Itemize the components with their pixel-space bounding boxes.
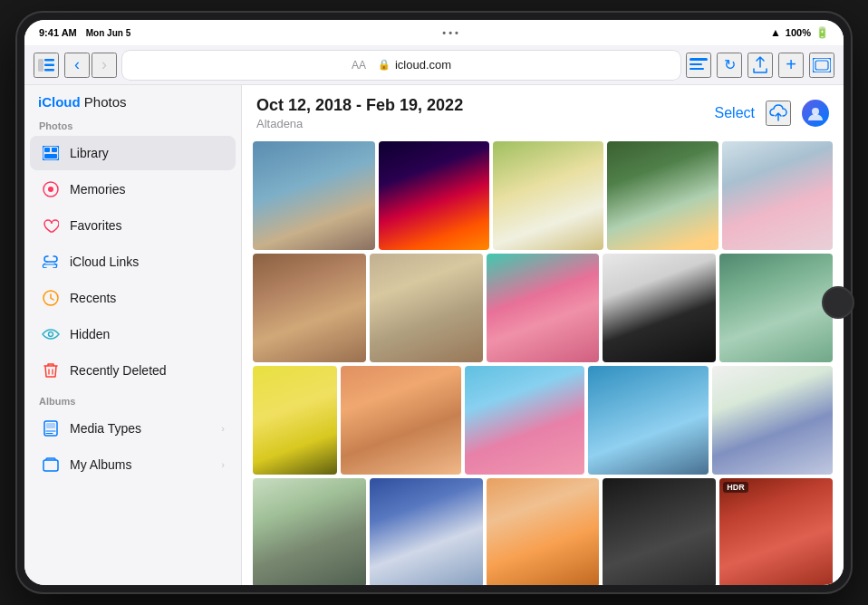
recently-deleted-icon [41,360,61,380]
battery-icon: 🔋 [815,26,829,39]
main-content: Oct 12, 2018 - Feb 19, 2022 Altadena Sel… [242,85,844,585]
share-button[interactable] [747,53,773,78]
app-brand: iCloud Photos [35,94,127,110]
lock-icon: 🔒 [378,59,391,71]
browser-actions: ↻ + [686,53,834,78]
upload-button[interactable] [766,101,791,126]
photo-cell[interactable] [722,141,833,250]
photo-cell[interactable] [253,478,366,585]
photo-cell[interactable] [603,478,716,585]
my-albums-label: My Albums [70,457,131,472]
avatar-button[interactable] [802,100,829,127]
photo-cell[interactable] [370,254,483,362]
photo-cell[interactable] [253,141,375,250]
photo-cell[interactable] [253,254,366,362]
my-albums-icon [41,455,61,475]
content-title-group: Oct 12, 2018 - Feb 19, 2022 Altadena [256,96,463,130]
icloud-label: iCloud Photos [38,94,127,110]
favorites-label: Favorites [70,218,122,233]
photo-cell[interactable] [712,366,833,475]
svg-point-20 [812,108,819,115]
memories-label: Memories [70,182,125,197]
reader-button[interactable] [686,53,711,78]
select-button[interactable]: Select [715,105,755,121]
svg-rect-18 [46,423,55,428]
photo-cell[interactable] [253,366,337,475]
media-types-label: Media Types [70,421,141,436]
memories-icon [41,179,61,199]
location: Altadena [256,117,463,130]
photo-cell[interactable] [719,254,833,362]
svg-rect-10 [44,148,50,152]
sidebar-item-hidden[interactable]: Hidden [30,317,236,351]
svg-rect-5 [690,63,702,65]
reload-button[interactable]: ↻ [717,53,742,78]
ellipsis-icon: • • • [442,27,458,38]
sidebar-item-media-types[interactable]: Media Types › [30,411,236,446]
ipad-screen: 9:41 AM Mon Jun 5 • • • ▲ 100% 🔋 [24,20,844,585]
status-bar: 9:41 AM Mon Jun 5 • • • ▲ 100% 🔋 [24,20,844,45]
svg-point-16 [49,332,53,337]
photo-cell[interactable] [379,141,489,250]
sidebar-toggle-button[interactable] [34,53,59,78]
icloud-links-icon [41,252,61,272]
sidebar-item-favorites[interactable]: Favorites [30,208,236,243]
photos-section-label: Photos [24,113,241,135]
photo-cell[interactable] [370,478,483,585]
hidden-icon [41,324,61,344]
photo-cell[interactable] [607,141,718,250]
content-header: Oct 12, 2018 - Feb 19, 2022 Altadena Sel… [242,85,844,138]
browser-bar: ‹ › AA 🔒 icloud.com ↻ [24,45,844,85]
sidebar-item-icloud-links[interactable]: iCloud Links [30,245,236,279]
recently-deleted-label: Recently Deleted [70,363,167,378]
photo-row [253,366,833,475]
sidebar-item-recents[interactable]: Recents [30,281,236,315]
photo-row [253,141,833,250]
media-types-icon [41,418,61,438]
hdr-badge: HDR [723,482,748,493]
svg-rect-0 [38,59,43,72]
add-tab-button[interactable]: + [778,53,804,78]
tabs-button[interactable] [809,53,834,78]
recents-icon [41,288,61,308]
back-button[interactable]: ‹ [64,53,90,78]
status-time: 9:41 AM [39,27,77,38]
svg-rect-11 [52,148,57,152]
photo-cell[interactable]: HDR [719,478,833,585]
photo-cell[interactable] [465,366,585,475]
home-button[interactable] [822,286,854,319]
photo-cell[interactable] [341,366,461,475]
recents-label: Recents [70,291,116,305]
albums-section-label: Albums [24,389,241,410]
sidebar-item-my-albums[interactable]: My Albums › [30,447,236,482]
sidebar-item-memories[interactable]: Memories [30,172,236,206]
photo-cell[interactable] [487,254,600,362]
status-right: ▲ 100% 🔋 [770,26,829,39]
photo-grid: HDR [242,138,844,585]
svg-rect-4 [690,58,708,61]
svg-rect-2 [44,63,54,66]
photo-cell[interactable] [493,141,603,250]
sidebar: iCloud Photos Photos Lib [24,85,242,585]
icloud-links-label: iCloud Links [70,254,139,269]
photo-row: HDR [253,478,833,585]
aa-label: AA [352,59,366,72]
photo-cell[interactable] [588,366,709,475]
sidebar-item-recently-deleted[interactable]: Recently Deleted [30,353,236,388]
ipad-frame: 9:41 AM Mon Jun 5 • • • ▲ 100% 🔋 [17,13,851,592]
forward-button[interactable]: › [92,53,117,78]
svg-rect-19 [43,460,58,471]
app-layout: iCloud Photos Photos Lib [24,85,844,585]
status-date: Mon Jun 5 [86,28,130,38]
svg-rect-12 [44,154,57,158]
wifi-icon: ▲ [770,26,781,39]
photo-cell[interactable] [603,254,716,362]
date-range: Oct 12, 2018 - Feb 19, 2022 [256,96,463,115]
library-icon [41,143,61,163]
sidebar-item-library[interactable]: Library [30,136,236,170]
media-types-chevron: › [221,423,225,434]
address-bar[interactable]: AA 🔒 icloud.com [122,51,680,80]
photo-cell[interactable] [487,478,600,585]
photo-row [253,254,833,362]
battery-percentage: 100% [786,27,811,38]
